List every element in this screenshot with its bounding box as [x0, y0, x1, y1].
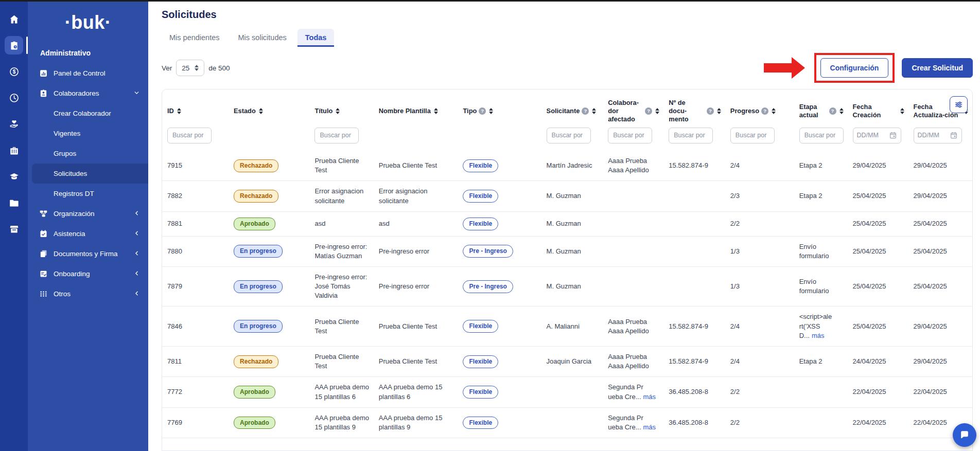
home-icon[interactable] — [5, 10, 23, 28]
status-badge: En progreso — [234, 280, 283, 293]
sort-icon[interactable] — [772, 108, 776, 114]
cell-fecha-creacion: 22/04/2025 — [848, 377, 908, 407]
marketplace-store-icon[interactable] — [5, 220, 23, 238]
col-id: ID — [167, 107, 174, 115]
cell-fecha-actualizacion: 25/04/2025 — [908, 266, 972, 306]
page-size-select[interactable]: 25 — [176, 60, 204, 76]
sort-icon[interactable] — [177, 108, 181, 114]
cell-titulo: Prueba Cliente Test — [309, 347, 373, 377]
training-graduation-icon[interactable] — [5, 167, 23, 186]
chat-fab[interactable] — [953, 423, 976, 447]
time-clock-icon[interactable] — [5, 88, 23, 107]
cell-solicitante: M. Guzman — [541, 266, 603, 306]
filter-colaborador-input[interactable] — [608, 128, 652, 143]
table-row[interactable]: 7881 Aprobado asd asd Flexible M. Guzman… — [162, 211, 972, 236]
help-icon[interactable] — [829, 107, 836, 115]
mas-link[interactable]: más — [812, 332, 825, 339]
cell-plantilla: asd — [374, 211, 458, 236]
tab-mis-solicitudes[interactable]: Mis solicitudes — [231, 29, 294, 47]
icon-rail: $ — [0, 2, 28, 451]
help-icon[interactable] — [582, 107, 589, 115]
cell-fecha-actualizacion: 25/04/2025 — [908, 236, 972, 266]
cell-plantilla: AAA prueba demo 15 plantillas 6 — [374, 377, 458, 407]
col-estado: Estado — [234, 107, 256, 115]
sliders-icon — [954, 100, 964, 110]
filter-titulo-input[interactable] — [314, 128, 359, 143]
sort-icon[interactable] — [434, 108, 438, 114]
cell-colaborador — [603, 266, 663, 306]
sidebar-item-asistencia[interactable]: Asistencia — [28, 224, 148, 244]
cell-fecha-actualizacion: 25/04/2025 — [908, 211, 972, 236]
filter-documento-input[interactable] — [669, 128, 713, 143]
sidebar-item-vigentes[interactable]: Vigentes — [32, 123, 148, 143]
sidebar-item-grupos[interactable]: Grupos — [32, 143, 148, 164]
cell-colaborador — [603, 211, 663, 236]
cell-documento — [663, 236, 725, 266]
table-row[interactable]: 7879 En progreso Pre-ingreso error: José… — [162, 266, 972, 306]
help-icon[interactable] — [479, 107, 486, 115]
table-row[interactable]: 7880 En progreso Pre-ingreso error: Matí… — [162, 236, 972, 266]
sidebar-item-crear-colaborador[interactable]: Crear Colaborador — [32, 103, 148, 123]
filter-id-input[interactable] — [167, 128, 212, 143]
sidebar-item-organizacion[interactable]: Organización — [28, 204, 148, 224]
table-row[interactable]: 7811 Rechazado Prueba Cliente Test Prueb… — [162, 347, 972, 377]
sort-icon[interactable] — [259, 108, 263, 114]
table-row[interactable]: 7772 Aprobado AAA prueba demo 15 plantil… — [162, 377, 972, 407]
sort-icon[interactable] — [900, 108, 904, 114]
sort-icon[interactable] — [489, 108, 493, 114]
configuracion-button[interactable]: Configuración — [820, 58, 889, 78]
tipo-pill: Pre - Ingreso — [463, 280, 513, 293]
sidebar-item-colaboradores[interactable]: Colaboradores — [28, 83, 148, 103]
files-folder-icon[interactable] — [5, 193, 23, 212]
cell-fecha-creacion: 25/04/2025 — [848, 236, 908, 266]
tab-todas[interactable]: Todas — [297, 29, 335, 47]
table-row[interactable]: 7769 Aprobado AAA prueba demo 15 plantil… — [162, 407, 972, 438]
talent-briefcase-icon[interactable] — [5, 141, 23, 159]
col-colaborador-afectado: Colabora-dor afectado — [608, 99, 643, 123]
sidebar-item-panel-de-control[interactable]: Panel de Control — [28, 63, 148, 83]
help-icon[interactable] — [645, 107, 652, 115]
crear-solicitud-button[interactable]: Crear Solicitud — [902, 58, 973, 78]
clipboard-clock-icon[interactable] — [5, 36, 23, 55]
benefits-hand-heart-icon[interactable] — [5, 115, 23, 133]
sort-icon[interactable] — [839, 108, 844, 114]
column-settings-button[interactable] — [950, 96, 968, 113]
tab-mis-pendientes[interactable]: Mis pendientes — [162, 29, 227, 47]
status-badge: Rechazado — [234, 355, 278, 368]
table-row[interactable]: 7846 En progreso Prueba Cliente Test Pru… — [162, 306, 972, 347]
sidebar-item-solicitudes[interactable]: Solicitudes — [32, 164, 148, 184]
mas-link[interactable]: más — [643, 393, 656, 401]
cell-fecha-creacion: 29/04/2025 — [848, 151, 908, 181]
cell-colaborador: Segunda Pr ueba Cre...más — [603, 377, 663, 407]
sidebar-item-documentos-y-firma[interactable]: Documentos y Firma — [28, 244, 148, 264]
cell-progreso: 2/2 — [725, 377, 794, 407]
chevron-left-icon — [133, 290, 140, 298]
filter-solicitante-input[interactable] — [547, 128, 591, 143]
table-row[interactable]: 7882 Rechazado Error asignacion solicita… — [162, 181, 972, 211]
filter-progreso-input[interactable] — [730, 128, 775, 143]
org-chart-icon — [39, 209, 48, 218]
help-icon[interactable] — [707, 107, 714, 115]
table-row[interactable]: 7915 Rechazado Prueba Cliente Test Prueb… — [162, 151, 972, 181]
cell-fecha-actualizacion: 29/04/2025 — [908, 347, 972, 377]
help-icon[interactable] — [761, 107, 768, 115]
remunerations-dollar-icon[interactable]: $ — [5, 62, 23, 81]
sort-icon[interactable] — [717, 108, 721, 114]
sidebar-item-otros[interactable]: Otros — [28, 284, 148, 304]
mas-link[interactable]: más — [643, 423, 656, 431]
filter-etapa-input[interactable] — [799, 128, 844, 143]
sort-icon[interactable] — [336, 108, 340, 114]
cell-fecha-actualizacion: 29/04/2025 — [908, 306, 972, 347]
cell-etapa: Etapa 2 — [794, 181, 848, 211]
sort-icon[interactable] — [655, 108, 659, 114]
cell-solicitante: M. Guzman — [541, 211, 603, 236]
cell-fecha-creacion: 25/04/2025 — [848, 181, 908, 211]
tab-bar: Mis pendientes Mis solicitudes Todas — [162, 29, 973, 47]
sidebar-item-registros-dt[interactable]: Registros DT — [32, 184, 148, 204]
filter-fecha-actualizacion-input[interactable] — [914, 128, 962, 143]
chevron-left-icon — [133, 230, 140, 238]
filter-fecha-creacion-input[interactable] — [853, 128, 901, 143]
sidebar-item-onboarding[interactable]: Onboarding — [28, 264, 148, 284]
sort-icon[interactable] — [592, 108, 596, 114]
cell-progreso: 2/2 — [725, 211, 794, 236]
